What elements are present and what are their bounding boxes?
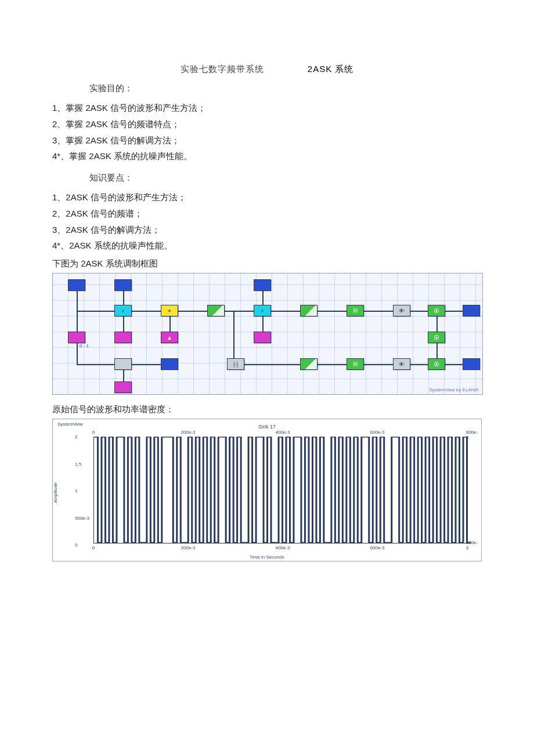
y-tick: 1 (75, 488, 77, 494)
chart-xlabel: Time in Seconds (250, 555, 284, 560)
list-item: 4*、2ASK 系统的抗噪声性能。 (52, 237, 482, 254)
fft-1: ▲ (161, 332, 178, 343)
spec-3 (254, 332, 271, 343)
title-left: 实验七数字频带系统 (181, 64, 264, 75)
x-tick: 0 (92, 430, 95, 435)
wave-svg (94, 437, 471, 543)
spec-1 (68, 332, 85, 343)
add-1: + (161, 305, 178, 316)
eye-1: 👁 (393, 305, 410, 316)
knowledge-heading: 知识要点： (89, 172, 482, 183)
x-tick: 600e-3 (370, 430, 385, 435)
waveform-path (94, 437, 471, 543)
y-tick: 2 (75, 434, 77, 440)
chart-title: SystemView (57, 422, 83, 427)
diagram-watermark: SystemView by ELANIX (430, 387, 479, 393)
wire (436, 316, 438, 332)
title-line: 实验七数字频带系统 2ASK 系统 (52, 64, 482, 75)
x-tick: 800e-3 (466, 430, 478, 440)
knowledge-list: 1、2ASK 信号的波形和产生方法；2、2ASK 信号的频谱；3、2ASK 信号… (52, 189, 482, 254)
pulse-2: ⦀⦀ (347, 358, 364, 370)
wire (445, 364, 463, 365)
wire (262, 316, 264, 332)
chart-subtitle: Sink 17 (258, 424, 276, 430)
block-diagram: SystemView by ELANIX ×+×⦀⦀👁⦿▲⦿|·|⦀⦀👁⦿0 -… (52, 273, 483, 395)
wire (178, 311, 207, 312)
wire (123, 370, 124, 381)
filt-1 (207, 305, 225, 316)
src-3 (254, 279, 271, 291)
sink-2: ⦿ (428, 332, 445, 343)
list-item: 3、掌握 2ASK 信号的解调方法； (52, 132, 482, 149)
wire (317, 311, 347, 312)
eye-2: 👁 (393, 358, 410, 370)
waveform-chart: SystemView Sink 17 Amplitude Time in Sec… (52, 419, 482, 561)
mult-1: × (114, 305, 132, 316)
sink-4 (463, 358, 480, 370)
x-tick: 200e-3 (181, 545, 196, 550)
wire (410, 311, 428, 312)
wire (271, 311, 300, 312)
mult-2: × (254, 305, 271, 316)
meas-2: ⦿ (428, 358, 445, 370)
pulse-1: ⦀⦀ (347, 305, 364, 316)
wire (410, 364, 428, 365)
diagram-caption: 下图为 2ASK 系统调制框图 (52, 258, 482, 269)
list-item: 2、2ASK 信号的频谱； (52, 206, 482, 222)
src-2 (114, 279, 132, 291)
src-1 (68, 279, 85, 291)
spec-2 (114, 332, 132, 343)
chart-ylabel: Amplitude (53, 483, 58, 503)
objectives-list: 1、掌握 2ASK 信号的波形和产生方法；2、掌握 2ASK 信号的频谱特点；3… (52, 100, 482, 164)
abs-2: |·| (227, 358, 244, 370)
wire (77, 291, 78, 337)
wire (132, 311, 161, 312)
list-item: 1、掌握 2ASK 信号的波形和产生方法； (52, 100, 482, 116)
x-tick: 200e-3 (181, 430, 196, 435)
y-tick: 1.5 (75, 461, 81, 466)
wave-caption: 原始信号的波形和功率谱密度： (52, 404, 482, 415)
wire (233, 311, 234, 358)
wire (244, 364, 300, 365)
list-item: 1、2ASK 信号的波形和产生方法； (52, 189, 482, 206)
x-tick: 800e-3 (466, 540, 478, 550)
spec-4 (114, 381, 132, 393)
wire (364, 364, 393, 365)
wire (132, 364, 161, 365)
wire (317, 364, 347, 365)
plot-area (93, 437, 471, 543)
x-tick: 600e-3 (370, 545, 385, 550)
filt-3 (300, 358, 317, 370)
wire (123, 291, 124, 305)
sink-3 (161, 358, 178, 370)
sink-1 (463, 305, 480, 316)
x-tick: 0 (92, 545, 95, 550)
list-item: 3、2ASK 信号的解调方法； (52, 222, 482, 238)
wire (445, 311, 463, 312)
abs-1 (114, 358, 132, 370)
y-tick: 500e-3 (75, 515, 89, 520)
x-tick: 400e-3 (276, 545, 290, 550)
objective-heading: 实验目的： (89, 83, 482, 94)
wire (123, 316, 124, 332)
meas-1: ⦿ (428, 305, 445, 316)
filt-2 (300, 305, 317, 316)
wire (77, 311, 114, 312)
list-item: 2、掌握 2ASK 信号的频谱特点； (52, 116, 482, 132)
y-tick: 0 (75, 542, 77, 548)
wire (436, 343, 438, 358)
document-page: 实验七数字频带系统 2ASK 系统 实验目的： 1、掌握 2ASK 信号的波形和… (0, 0, 534, 596)
title-right: 2ASK 系统 (308, 64, 354, 75)
axis-label: 0 - 1 (80, 343, 89, 348)
wire (262, 291, 264, 305)
wire (225, 311, 254, 312)
wire (77, 364, 114, 365)
wire (364, 311, 393, 312)
wire (169, 316, 171, 332)
x-tick: 400e-3 (276, 430, 290, 435)
list-item: 4*、掌握 2ASK 系统的抗噪声性能。 (52, 148, 482, 164)
